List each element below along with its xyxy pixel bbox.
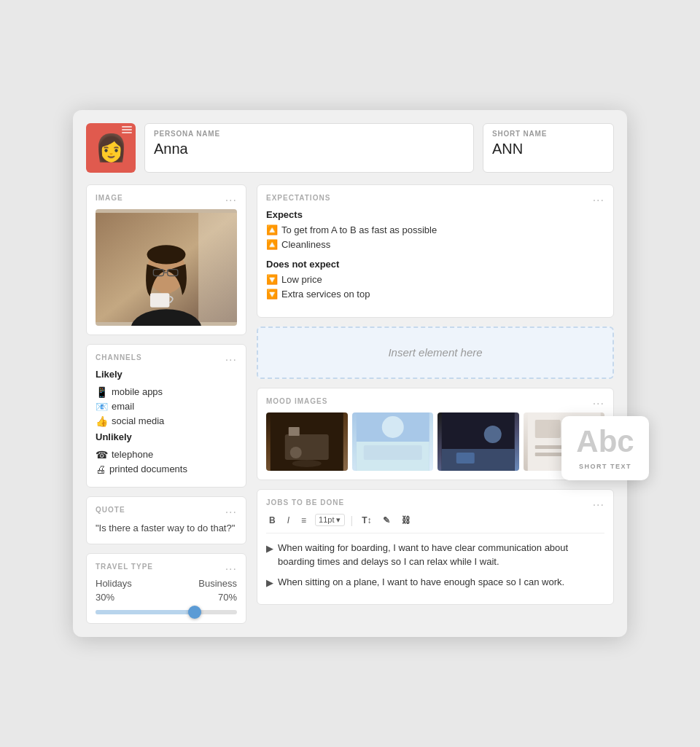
expects-section: Expects 🔼 To get from A to B as fast as … bbox=[266, 209, 604, 250]
bold-button[interactable]: B bbox=[266, 514, 279, 527]
svg-point-5 bbox=[147, 245, 186, 264]
header: 👩 PERSONA NAME Anna SHORT NAME ANN bbox=[86, 123, 614, 173]
insert-element-panel[interactable]: Insert element here bbox=[257, 326, 614, 379]
quote-text: "Is there a faster way to do that?" bbox=[96, 521, 237, 536]
persona-name-value: Anna bbox=[154, 141, 464, 157]
jobs-panel-dots[interactable]: ··· bbox=[593, 498, 604, 512]
image-panel-dots[interactable]: ··· bbox=[225, 194, 237, 207]
svg-point-14 bbox=[290, 447, 302, 458]
travel-type-panel: TRAVEL TYPE ··· Holidays Business 30% 70… bbox=[86, 553, 246, 624]
business-pct: 70% bbox=[218, 592, 237, 603]
slider-fill bbox=[96, 610, 195, 614]
slider-thumb[interactable] bbox=[188, 606, 201, 619]
image-panel: IMAGE ··· bbox=[86, 184, 246, 335]
persona-name-label: PERSONA NAME bbox=[154, 130, 464, 138]
svg-rect-12 bbox=[289, 427, 300, 436]
travel-slider[interactable] bbox=[96, 610, 237, 614]
expectations-panel-dots[interactable]: ··· bbox=[593, 194, 604, 207]
business-label: Business bbox=[198, 578, 237, 589]
holidays-pct: 30% bbox=[96, 592, 114, 603]
quote-panel-dots[interactable]: ··· bbox=[225, 506, 237, 519]
persona-card: 👩 PERSONA NAME Anna SHORT NAME ANN IMAGE… bbox=[73, 110, 627, 638]
travel-values-row: 30% 70% bbox=[96, 592, 237, 603]
svg-rect-9 bbox=[150, 293, 169, 307]
link-button[interactable]: ⛓ bbox=[399, 514, 413, 527]
job-item-1: ▶ When waiting for boarding, I want to h… bbox=[266, 541, 604, 569]
unlikely-heading: Unlikely bbox=[96, 431, 132, 442]
not-expect-item-1: 🔽 Low price bbox=[266, 274, 604, 285]
likely-heading: Likely bbox=[96, 369, 122, 380]
avatar-box: 👩 bbox=[86, 123, 136, 173]
channel-email-label: email bbox=[112, 401, 134, 412]
svg-rect-20 bbox=[442, 449, 515, 471]
svg-point-17 bbox=[381, 416, 403, 438]
mood-image-2 bbox=[352, 412, 434, 471]
short-name-label: SHORT NAME bbox=[492, 130, 604, 138]
expectations-panel: EXPECTATIONS ··· Expects 🔼 To get from A… bbox=[257, 184, 614, 318]
text-format-button[interactable]: T↕ bbox=[359, 514, 374, 527]
job-item-2: ▶ When sitting on a plane, I want to hav… bbox=[266, 575, 604, 590]
print-icon: 🖨 bbox=[96, 464, 106, 475]
toolbar-separator-1: | bbox=[351, 515, 354, 526]
channel-telephone: ☎ telephone bbox=[96, 449, 237, 461]
mood-images-title: MOOD IMAGES bbox=[266, 397, 604, 405]
quote-panel-title: QUOTE bbox=[96, 506, 237, 514]
expect-item-1: 🔼 To get from A to B as fast as possible bbox=[266, 224, 604, 235]
channels-panel: CHANNELS ··· Likely 📱 mobile apps 📧 emai… bbox=[86, 344, 246, 488]
mood-images-grid bbox=[266, 412, 604, 471]
expect-item-2: 🔼 Cleanliness bbox=[266, 239, 604, 250]
job-bullet-1: ▶ bbox=[266, 541, 273, 556]
short-text-abc: Abc bbox=[569, 426, 642, 457]
down-arrow-icon-1: 🔽 bbox=[266, 274, 278, 285]
channel-mobile-apps: 📱 mobile apps bbox=[96, 386, 237, 398]
channel-email: 📧 email bbox=[96, 401, 237, 412]
main-content: IMAGE ··· bbox=[86, 184, 614, 625]
short-text-card: Abc SHORT TEXT bbox=[561, 416, 649, 480]
not-expect-item-2: 🔽 Extra services on top bbox=[266, 289, 604, 300]
list-button[interactable]: ≡ bbox=[298, 514, 309, 527]
does-not-expect-section: Does not expect 🔽 Low price 🔽 Extra serv… bbox=[266, 259, 604, 300]
svg-rect-24 bbox=[534, 420, 560, 438]
channels-list: Likely 📱 mobile apps 📧 email 👍 social me… bbox=[96, 369, 237, 475]
travel-type-panel-dots[interactable]: ··· bbox=[225, 563, 237, 576]
channel-print-label: printed documents bbox=[109, 464, 187, 474]
pencil-button[interactable]: ✎ bbox=[380, 514, 393, 527]
job-text-1: When waiting for boarding, I want to hav… bbox=[278, 541, 604, 569]
jobs-panel-title: JOBS TO BE DONE bbox=[266, 498, 604, 507]
channel-mobile-label: mobile apps bbox=[112, 386, 163, 397]
mobile-icon: 📱 bbox=[96, 386, 108, 398]
short-text-label: SHORT TEXT bbox=[569, 463, 642, 470]
short-name-box[interactable]: SHORT NAME ANN bbox=[483, 123, 614, 173]
travel-labels-row: Holidays Business bbox=[96, 578, 237, 589]
svg-rect-1 bbox=[198, 213, 237, 322]
mood-images-dots[interactable]: ··· bbox=[593, 397, 604, 410]
italic-button[interactable]: I bbox=[284, 514, 292, 527]
persona-name-box[interactable]: PERSONA NAME Anna bbox=[144, 123, 474, 173]
persona-avatar-icon: 👩 bbox=[95, 133, 128, 163]
travel-type-panel-title: TRAVEL TYPE bbox=[96, 563, 237, 571]
insert-placeholder: Insert element here bbox=[388, 346, 482, 359]
expectations-panel-title: EXPECTATIONS bbox=[266, 194, 604, 202]
expect-text-2: Cleanliness bbox=[281, 239, 330, 250]
jobs-panel: JOBS TO BE DONE ··· B I ≡ 11pt ▾ | T↕ ✎ … bbox=[257, 489, 614, 606]
not-expect-text-2: Extra services on top bbox=[281, 289, 370, 300]
jobs-toolbar: B I ≡ 11pt ▾ | T↕ ✎ ⛓ bbox=[266, 514, 604, 533]
persona-photo bbox=[96, 209, 237, 326]
job-bullet-2: ▶ bbox=[266, 576, 273, 590]
job-text-2: When sitting on a plane, I want to have … bbox=[278, 575, 564, 590]
jobs-list: ▶ When waiting for boarding, I want to h… bbox=[266, 541, 604, 590]
holidays-label: Holidays bbox=[96, 578, 132, 589]
mood-image-3 bbox=[438, 412, 519, 471]
left-column: IMAGE ··· bbox=[86, 184, 246, 625]
mood-images-panel: MOOD IMAGES ··· bbox=[257, 388, 614, 480]
quote-panel: QUOTE ··· "Is there a faster way to do t… bbox=[86, 496, 246, 545]
hamburger-menu[interactable] bbox=[122, 126, 132, 133]
up-arrow-icon-1: 🔼 bbox=[266, 224, 278, 235]
font-size-select[interactable]: 11pt ▾ bbox=[315, 514, 344, 526]
svg-rect-18 bbox=[363, 445, 421, 460]
does-not-expect-heading: Does not expect bbox=[266, 259, 604, 270]
telephone-icon: ☎ bbox=[96, 449, 108, 461]
expects-list: 🔼 To get from A to B as fast as possible… bbox=[266, 224, 604, 250]
svg-point-21 bbox=[484, 426, 502, 443]
channels-panel-dots[interactable]: ··· bbox=[225, 353, 237, 367]
